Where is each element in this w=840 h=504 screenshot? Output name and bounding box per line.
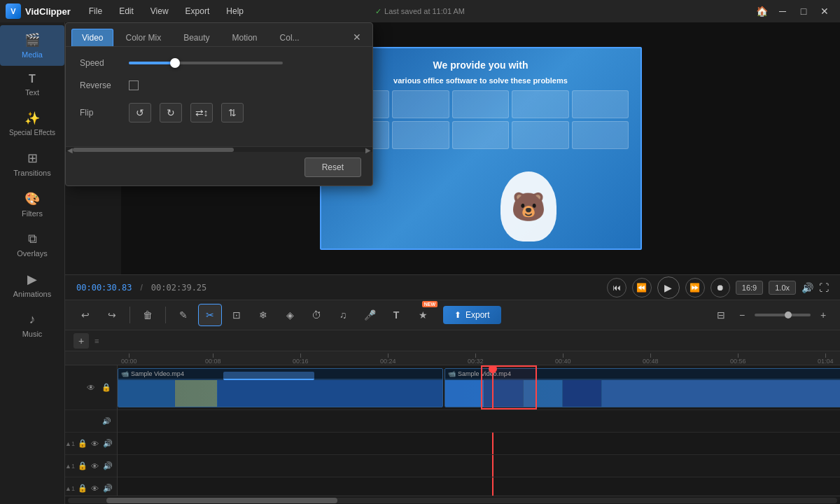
ruler-mark-3: 00:24 (380, 354, 396, 365)
preview-card-4 (512, 90, 569, 118)
preview-title-line1: We provide you with (332, 59, 629, 71)
clip-1-header: 📹 Sample Video.mp4 (118, 369, 442, 379)
edit-button[interactable]: ✎ (172, 304, 195, 326)
record-button[interactable]: ⏺ (710, 278, 730, 298)
panel-close-button[interactable]: ✕ (347, 29, 367, 46)
fullscreen-button[interactable]: ⛶ (819, 282, 829, 293)
ratio-select[interactable]: 16:9 (736, 281, 763, 295)
panel-scroll-right[interactable]: ▶ (365, 146, 371, 153)
zoom-slider-thumb[interactable] (785, 312, 792, 318)
ai-button[interactable]: ◈ (278, 304, 302, 326)
sidebar-item-media[interactable]: 🎬 Media (0, 25, 64, 66)
sidebar-item-special-effects[interactable]: ✨ Special Effects (0, 104, 64, 144)
rewind-button[interactable]: ⏪ (632, 278, 652, 298)
app-name: VidClipper (25, 6, 71, 17)
speed-slider-thumb[interactable] (170, 58, 180, 68)
reverse-checkbox[interactable] (129, 80, 139, 90)
flip-cw-button[interactable]: ↻ (160, 103, 182, 122)
zoom-in-button[interactable]: + (815, 307, 832, 323)
sidebar-item-overlays[interactable]: ⧉ Overlays (0, 225, 64, 265)
volume-button[interactable]: 🔊 (802, 282, 813, 293)
close-button[interactable]: ✕ (815, 4, 834, 19)
sidebar-item-filters[interactable]: 🎨 Filters (0, 184, 64, 225)
track-sub3-eye-icon[interactable]: 👁 (90, 482, 100, 495)
maximize-button[interactable]: □ (794, 4, 813, 19)
track-sub1-eye-icon[interactable]: 👁 (90, 438, 100, 450)
save-check-icon: ✓ (375, 7, 382, 16)
preview-card-2 (392, 90, 449, 118)
playhead-sub2 (492, 455, 493, 477)
sidebar-item-transitions[interactable]: ⊞ Transitions (0, 144, 64, 184)
flip-row: Flip ↺ ↻ ⇄↕ ⇅ (80, 103, 358, 122)
export-button[interactable]: ⬆ Export (443, 306, 501, 324)
panel-scroll-left[interactable]: ◀ (67, 146, 73, 153)
panel-scrollbar-thumb[interactable] (73, 148, 234, 152)
timeline-add-track-button[interactable]: + (74, 333, 89, 349)
freeze-button[interactable]: ❄ (251, 304, 275, 326)
split-button[interactable]: ✂ (198, 304, 222, 326)
menu-file[interactable]: File (82, 4, 109, 19)
track-video-eye-icon[interactable]: 👁 (85, 382, 97, 394)
redo-button[interactable]: ↪ (100, 304, 124, 326)
track-sub2-eye-icon[interactable]: 👁 (90, 460, 100, 472)
voice-button[interactable]: 🎤 (358, 304, 382, 326)
home-button[interactable]: 🏠 (752, 4, 771, 19)
speed-slider[interactable] (129, 62, 283, 64)
zoom-out-button[interactable]: − (734, 307, 750, 323)
menu-help[interactable]: Help (219, 4, 251, 19)
ruler-mark-4: 00:32 (468, 354, 484, 365)
scrollbar-thumb[interactable] (106, 498, 337, 503)
undo-button[interactable]: ↩ (74, 304, 97, 326)
sidebar-item-music[interactable]: ♪ Music (0, 305, 64, 345)
prev-frame-button[interactable]: ⏮ (607, 278, 626, 298)
menu-edit[interactable]: Edit (112, 4, 141, 19)
timeline-add-label: ≡ (94, 337, 99, 345)
zoom-slider[interactable] (755, 314, 811, 316)
fast-forward-button[interactable]: ⏩ (685, 278, 705, 298)
track-content: 📹 Sample Video.mp4 (118, 365, 840, 496)
panel-body: Speed Reverse (66, 47, 372, 146)
panel-footer: Reset (66, 152, 372, 186)
tab-video[interactable]: Video (71, 29, 113, 46)
timeline-tracks: 👁 🔒 🔊 ▲1 🔒 👁 🔊 ▲1 🔒 (65, 365, 840, 496)
ruler-mark-5: 00:40 (555, 354, 571, 365)
play-button[interactable]: ▶ (657, 276, 680, 299)
reset-button[interactable]: Reset (304, 158, 361, 177)
sidebar-item-text[interactable]: T Text (0, 66, 64, 104)
panel-scrollbar[interactable]: ◀ ▶ (66, 146, 372, 152)
minimize-button[interactable]: ─ (773, 4, 792, 19)
text-tool-button[interactable]: T (384, 304, 408, 326)
toolbar: ↩ ↪ 🗑 ✎ ✂ ⊡ ❄ ◈ ⏱ ♫ 🎤 T ★ NEW ⬆ Export (65, 300, 840, 330)
sub-track-2 (118, 455, 840, 477)
menu-export[interactable]: Export (178, 4, 217, 19)
app-logo: V VidClipper (6, 4, 71, 19)
flip-horizontal-button[interactable]: ⇄↕ (190, 103, 213, 122)
playhead-selection (481, 365, 537, 410)
toolbar-right: ⊟ − + (713, 307, 832, 323)
flip-vertical-button[interactable]: ⇅ (221, 103, 244, 122)
tab-motion[interactable]: Motion (222, 29, 268, 46)
ai2-button[interactable]: ★ NEW (411, 304, 435, 326)
flip-ccw-button[interactable]: ↺ (129, 103, 151, 122)
timeline-scrollbar[interactable] (65, 496, 840, 504)
sidebar: 🎬 Media T Text ✨ Special Effects ⊞ Trans… (0, 22, 65, 504)
delete-button[interactable]: 🗑 (136, 304, 160, 326)
video-clip-1[interactable]: 📹 Sample Video.mp4 (118, 368, 443, 407)
track-labels: 👁 🔒 🔊 ▲1 🔒 👁 🔊 ▲1 🔒 (65, 365, 118, 496)
track-video-lock-icon[interactable]: 🔒 (100, 382, 113, 394)
menu-view[interactable]: View (144, 4, 176, 19)
speed-tool-button[interactable]: ⏱ (304, 304, 328, 326)
timeline-fit-button[interactable]: ⊟ (713, 307, 729, 323)
tab-color-mix[interactable]: Color Mix (115, 29, 172, 46)
track-sub3-vol-icon: 🔊 (103, 482, 113, 495)
track-label-sub3: ▲1 🔒 👁 🔊 (65, 477, 117, 496)
menu-bar: File Edit View Export Help (82, 4, 251, 19)
tab-beauty[interactable]: Beauty (173, 29, 220, 46)
content-area: Video Color Mix Beauty Motion Col... ✕ S… (65, 22, 840, 504)
audio-tool-button[interactable]: ♫ (331, 304, 355, 326)
crop-button[interactable]: ⊡ (225, 304, 248, 326)
speed-select[interactable]: 1.0x (769, 281, 796, 295)
sidebar-item-animations[interactable]: ▶ Animations (0, 265, 64, 305)
tab-col[interactable]: Col... (270, 29, 310, 46)
music-icon: ♪ (29, 312, 36, 327)
